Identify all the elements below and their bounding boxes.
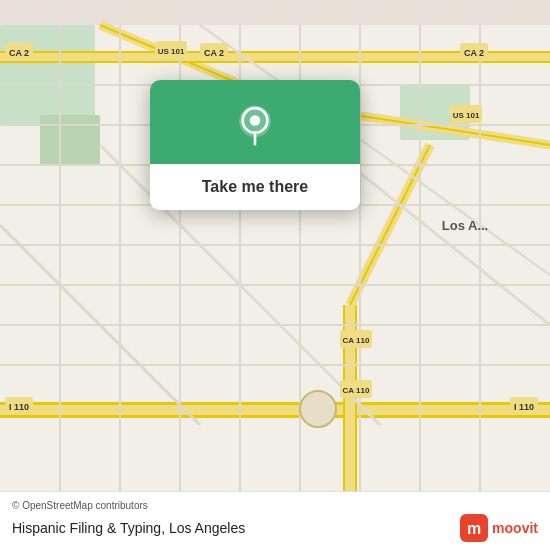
svg-text:I 110: I 110 — [9, 402, 29, 412]
svg-text:US 101: US 101 — [158, 47, 185, 56]
svg-text:CA 2: CA 2 — [464, 48, 484, 58]
svg-text:CA 110: CA 110 — [343, 336, 370, 345]
svg-text:CA 2: CA 2 — [204, 48, 224, 58]
take-me-there-button[interactable]: Take me there — [150, 164, 360, 210]
svg-text:I 110: I 110 — [514, 402, 534, 412]
svg-rect-4 — [0, 405, 550, 415]
location-info-row: Hispanic Filing & Typing, Los Angeles m … — [12, 514, 538, 542]
svg-text:Los A...: Los A... — [442, 218, 488, 233]
map-container: CA 2 CA 2 CA 2 US 101 US 101 CA 110 CA 1… — [0, 0, 550, 550]
svg-rect-1 — [0, 25, 95, 125]
moovit-logo-text: moovit — [492, 520, 538, 536]
svg-text:CA 2: CA 2 — [9, 48, 29, 58]
svg-rect-13 — [0, 61, 550, 63]
svg-rect-6 — [0, 415, 550, 418]
moovit-logo: m moovit — [460, 514, 538, 542]
button-label: Take me there — [202, 178, 308, 196]
svg-point-61 — [250, 115, 261, 126]
moovit-logo-icon: m — [460, 514, 488, 542]
map-attribution: © OpenStreetMap contributors — [12, 500, 538, 511]
location-pin-icon — [233, 102, 277, 146]
location-popup: Take me there — [150, 80, 360, 210]
svg-point-58 — [300, 391, 336, 427]
svg-text:m: m — [467, 520, 481, 537]
popup-header — [150, 80, 360, 164]
svg-text:CA 110: CA 110 — [343, 386, 370, 395]
location-name: Hispanic Filing & Typing, Los Angeles — [12, 520, 245, 536]
svg-text:US 101: US 101 — [453, 111, 480, 120]
bottom-bar: © OpenStreetMap contributors Hispanic Fi… — [0, 491, 550, 550]
svg-rect-5 — [0, 402, 550, 405]
svg-rect-2 — [40, 115, 100, 165]
